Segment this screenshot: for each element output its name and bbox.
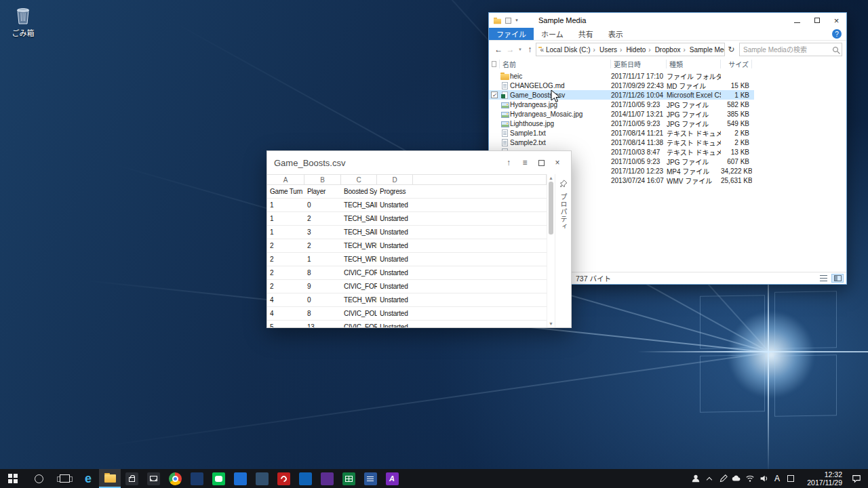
close-icon[interactable]: ×: [551, 156, 564, 169]
desktop: { "desktop": { "recycle_bin_label": "ごみ箱…: [0, 0, 868, 488]
tab-share[interactable]: 共有: [571, 28, 601, 40]
explorer-titlebar[interactable]: ▼ Sample Media ×: [489, 13, 846, 28]
folder-icon: [500, 73, 510, 80]
task-view-button[interactable]: [52, 469, 77, 488]
taskbar-app-mail[interactable]: [142, 469, 164, 488]
app-icon: [321, 472, 334, 485]
quick-access-toolbar-icon[interactable]: [505, 18, 511, 24]
menu-icon[interactable]: ≡: [518, 156, 532, 169]
pen-icon[interactable]: [716, 469, 730, 488]
file-row-lighthouse[interactable]: Lighthouse.jpg 2017/10/05 9:23 JPG ファイル …: [489, 119, 754, 128]
recycle-bin-label: ごみ箱: [5, 27, 41, 38]
cell: 8: [304, 310, 341, 317]
file-date: 2017/09/29 22:43: [611, 82, 667, 89]
taskbar-app-explorer-active[interactable]: [99, 469, 121, 488]
thumbnails-view-button[interactable]: [831, 274, 844, 283]
vertical-scrollbar[interactable]: ▲ ▼: [547, 174, 555, 327]
ime-options-icon[interactable]: [784, 469, 797, 488]
app-icon: [191, 472, 203, 485]
open-file-icon[interactable]: ↑: [502, 156, 515, 169]
breadcrumb-hideto[interactable]: Hideto: [625, 46, 654, 54]
file-row-hydrangeas[interactable]: Hydrangeas.jpg 2017/10/05 9:23 JPG ファイル …: [489, 100, 754, 109]
search-box[interactable]: [739, 43, 842, 56]
taskbar-app-navy[interactable]: [186, 469, 208, 488]
column-header-type[interactable]: 種類: [667, 60, 721, 68]
taskbar-app-edge[interactable]: e: [77, 469, 99, 488]
fullscreen-icon[interactable]: [534, 156, 548, 169]
file-row-sample2[interactable]: Sample2.txt 2017/08/14 11:38 テキスト ドキュメント…: [489, 138, 754, 147]
file-row-sample1[interactable]: Sample1.txt 2017/08/14 11:21 テキスト ドキュメント…: [489, 128, 754, 138]
back-button[interactable]: ←: [493, 45, 504, 54]
taskbar-app-cobalt[interactable]: [294, 469, 316, 488]
taskbar-app-blue[interactable]: [229, 469, 251, 488]
spreadsheet-grid: A B C D Game Turn Player Boosted Sy... P…: [267, 174, 547, 327]
csv-row: 2 8 CIVIC_FORE... Unstarted: [267, 266, 547, 280]
column-letter[interactable]: C: [341, 175, 377, 184]
forward-button[interactable]: →: [505, 45, 515, 54]
help-icon[interactable]: ?: [832, 29, 842, 39]
taskbar-app-line[interactable]: [208, 469, 229, 488]
preview-titlebar[interactable]: Game_Boosts.csv ↑ ≡ ×: [267, 151, 571, 174]
tab-view[interactable]: 表示: [601, 28, 631, 40]
action-center-button[interactable]: [845, 474, 868, 483]
maximize-button[interactable]: [807, 13, 827, 28]
network-icon[interactable]: [743, 469, 757, 488]
taskbar-app-acrobat[interactable]: [273, 469, 294, 488]
scroll-up-icon[interactable]: ▲: [549, 176, 553, 180]
column-header-size[interactable]: サイズ: [721, 60, 752, 68]
cell: 2: [304, 242, 341, 249]
taskbar-app-store[interactable]: [121, 469, 142, 488]
select-all-checkbox[interactable]: [489, 60, 500, 68]
file-row-hydrangeas-mosaic[interactable]: Hydrangeas_Mosaic.jpg 2014/11/07 13:21 J…: [489, 109, 754, 119]
ime-mode-indicator[interactable]: A: [770, 469, 784, 488]
breadcrumb-dropbox[interactable]: Dropbox: [654, 46, 689, 54]
volume-icon[interactable]: [757, 469, 770, 488]
column-letter[interactable]: B: [304, 175, 341, 184]
taskbar-app-purple[interactable]: [316, 469, 338, 488]
minimize-button[interactable]: [787, 13, 807, 28]
taskbar-app-slate[interactable]: [251, 469, 273, 488]
breadcrumb-local-disk[interactable]: Local Disk (C:): [545, 46, 599, 54]
scroll-down-icon[interactable]: ▼: [549, 321, 553, 326]
recent-locations-dropdown-icon[interactable]: ▼: [517, 47, 524, 52]
taskbar-app-spreadsheet[interactable]: [338, 469, 359, 488]
cloud-icon[interactable]: [730, 469, 743, 488]
cell: 5: [267, 323, 304, 327]
pin-icon[interactable]: [559, 180, 568, 188]
file-type: MP4 ファイル: [667, 166, 721, 176]
close-button[interactable]: ×: [827, 13, 846, 28]
column-letter[interactable]: A: [267, 175, 304, 184]
column-letter[interactable]: D: [377, 175, 413, 184]
refresh-button[interactable]: ↻: [726, 45, 737, 54]
quick-access-dropdown-icon[interactable]: ▼: [515, 18, 519, 22]
taskbar-app-violet[interactable]: A: [381, 469, 403, 488]
column-header-date[interactable]: 更新日時: [611, 60, 667, 68]
taskbar-app-chrome[interactable]: [164, 469, 186, 488]
breadcrumb-sample-media[interactable]: Sample Media: [689, 46, 725, 54]
file-row-heic[interactable]: heic 2017/11/17 17:10 ファイル フォルダー: [489, 71, 754, 81]
file-name: Hydrangeas_Mosaic.jpg: [510, 110, 611, 118]
tab-home[interactable]: ホーム: [534, 28, 571, 40]
row-checkbox-checked[interactable]: [489, 92, 500, 98]
app-icon: A: [386, 472, 399, 485]
people-icon[interactable]: [689, 469, 703, 488]
details-view-button[interactable]: [817, 274, 829, 283]
file-type: Microsoft Excel CS...: [667, 92, 721, 99]
start-button[interactable]: [0, 469, 26, 488]
show-hidden-icons-button[interactable]: [703, 469, 716, 488]
scrollbar-thumb[interactable]: [549, 182, 553, 235]
properties-tab[interactable]: プロパティ: [558, 193, 568, 230]
clock[interactable]: 12:32 2017/11/29: [797, 470, 845, 487]
taskbar-app-word[interactable]: [359, 469, 381, 488]
breadcrumb-users[interactable]: Users: [599, 46, 625, 54]
up-button[interactable]: ↑: [524, 45, 535, 54]
file-row-changelog[interactable]: CHANGELOG.md 2017/09/29 22:43 MD ファイル 15…: [489, 81, 754, 90]
file-row-game-boosts-selected[interactable]: Game_Boosts.csv 2017/11/26 10:04 Microso…: [489, 90, 754, 100]
tab-file[interactable]: ファイル: [489, 28, 534, 40]
cortana-search-button[interactable]: [26, 469, 52, 488]
recycle-bin-shortcut[interactable]: ごみ箱: [5, 5, 41, 38]
column-header-name[interactable]: 名前: [500, 60, 611, 68]
file-size: 549 KB: [721, 120, 752, 127]
search-input[interactable]: [743, 46, 833, 54]
address-field[interactable]: « Local Disk (C:) Users Hideto Dropbox S…: [536, 43, 724, 56]
